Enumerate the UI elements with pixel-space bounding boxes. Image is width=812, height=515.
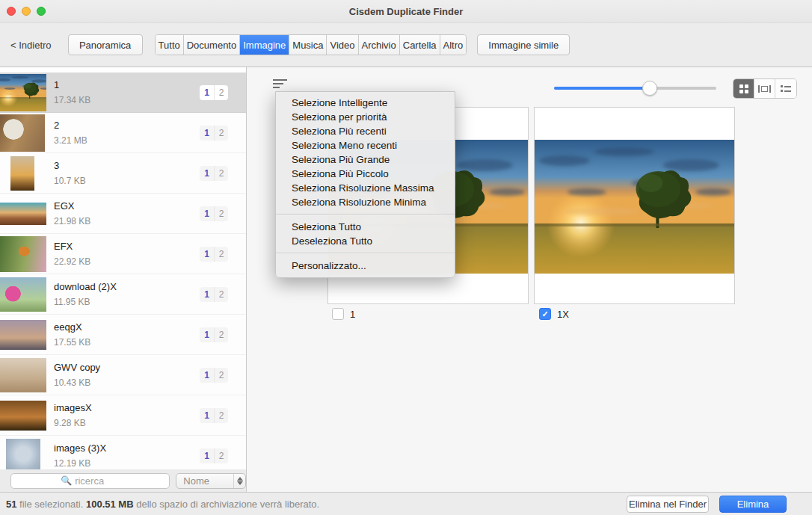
tab-immagine[interactable]: Immagine	[240, 35, 289, 55]
thumbnail-size-slider[interactable]	[554, 87, 716, 90]
menu-item[interactable]: Seleziona per priorità	[276, 110, 455, 124]
duplicate-file-list: 117.34 KB1223.21 MB12310.7 KB12EGX21.98 …	[0, 67, 246, 469]
search-input[interactable]	[75, 475, 120, 487]
duplicate-preview-card[interactable]	[534, 107, 735, 304]
tab-video[interactable]: Video	[327, 35, 358, 55]
menu-item[interactable]: Personalizzato...	[276, 259, 455, 273]
duplicate-count-badge: 12	[200, 85, 228, 100]
file-row[interactable]: EFX22.92 KB12	[0, 234, 246, 274]
badge-total-count: 2	[214, 287, 228, 302]
zoom-window-button[interactable]	[37, 7, 46, 16]
menu-item[interactable]: Seleziona Più Piccolo	[276, 167, 455, 181]
badge-total-count: 2	[214, 126, 228, 141]
file-row[interactable]: EGX21.98 KB12	[0, 194, 246, 234]
file-thumbnail	[0, 153, 46, 194]
file-row[interactable]: download (2)X11.95 KB12	[0, 274, 246, 315]
beach-thumbnail	[0, 358, 46, 392]
duplicate-count-badge: 12	[200, 206, 228, 221]
file-size: 10.7 KB	[54, 176, 86, 186]
tab-tutto[interactable]: Tutto	[156, 35, 184, 55]
pink-thumbnail	[0, 277, 46, 312]
minimize-window-button[interactable]	[22, 7, 31, 16]
list-icon	[781, 85, 791, 92]
tab-musica[interactable]: Musica	[289, 35, 327, 55]
file-name: imagesX	[54, 402, 92, 413]
file-size: 12.19 KB	[54, 458, 106, 469]
duplicate-count-badge: 12	[200, 287, 228, 302]
list-view-button[interactable]	[775, 79, 796, 98]
grid-view-button[interactable]	[733, 79, 754, 98]
tab-cartella[interactable]: Cartella	[400, 35, 440, 55]
stepper-arrows-icon	[233, 474, 245, 488]
selection-menu: Selezione IntelligenteSeleziona per prio…	[275, 91, 455, 278]
menu-item[interactable]: Seleziona Risoluzione Minima	[276, 195, 455, 209]
tab-archivio[interactable]: Archivio	[359, 35, 400, 55]
coverflow-view-button[interactable]	[754, 79, 775, 98]
coverflow-icon	[758, 85, 771, 93]
file-row[interactable]: 117.34 KB12	[0, 73, 246, 113]
checkbox-checked[interactable]: ✓	[539, 308, 551, 320]
badge-selected-count: 1	[200, 287, 214, 302]
prayer-thumbnail	[0, 401, 46, 431]
file-row[interactable]: 23.21 MB12	[0, 113, 246, 153]
badge-selected-count: 1	[200, 206, 214, 221]
file-row[interactable]: 310.7 KB12	[0, 153, 246, 194]
menu-item[interactable]: Seleziona Risoluzione Massima	[276, 181, 455, 195]
menu-item[interactable]: Selezione Intelligente	[276, 96, 455, 110]
sort-dropdown[interactable]: Nome	[176, 473, 246, 489]
sidebar: 117.34 KB1223.21 MB12310.7 KB12EGX21.98 …	[0, 67, 247, 492]
similar-image-button[interactable]: Immagine simile	[477, 34, 570, 55]
file-meta: imagesX9.28 KB	[54, 402, 92, 428]
sidebar-footer: 🔍 Nome	[0, 469, 246, 492]
file-row[interactable]: images (3)X12.19 KB12	[0, 436, 246, 469]
coast-thumbnail	[0, 203, 46, 225]
file-thumbnail	[0, 274, 46, 315]
file-row[interactable]: eeqgX17.55 KB12	[0, 315, 246, 355]
sort-dropdown-value: Nome	[183, 475, 233, 487]
card-checkbox-row: ✓1X	[539, 308, 569, 320]
file-size: 21.98 KB	[54, 216, 90, 226]
category-tabs: TuttoDocumentoImmagineMusicaVideoArchivi…	[155, 34, 467, 55]
grid-icon	[739, 84, 748, 93]
menu-item[interactable]: Seleziona Più Grande	[276, 152, 455, 167]
badge-total-count: 2	[214, 408, 228, 423]
menu-item[interactable]: Deseleziona Tutto	[276, 234, 455, 248]
file-thumbnail	[0, 315, 46, 355]
badge-total-count: 2	[214, 368, 228, 383]
menu-separator	[276, 214, 455, 215]
file-thumbnail	[0, 113, 46, 153]
tab-altro[interactable]: Altro	[440, 35, 467, 55]
search-icon: 🔍	[61, 475, 72, 486]
status-text: 51 file selezionati. 100.51 MB dello spa…	[6, 499, 319, 510]
file-size: 9.28 KB	[54, 418, 92, 428]
file-size: 11.95 KB	[54, 297, 117, 307]
checkbox-unchecked[interactable]	[332, 308, 344, 320]
menu-separator	[276, 253, 455, 254]
file-thumbnail	[0, 355, 46, 395]
slider-knob[interactable]	[642, 81, 657, 96]
card-checkbox-label: 1	[350, 309, 355, 320]
duplicate-count-badge: 12	[200, 408, 228, 423]
file-meta: GWV copy10.43 KB	[54, 362, 100, 388]
tab-documento[interactable]: Documento	[184, 35, 240, 55]
search-field[interactable]: 🔍	[10, 473, 170, 489]
file-name: 1	[54, 79, 90, 90]
menu-item[interactable]: Seleziona Tutto	[276, 220, 455, 234]
file-thumbnail	[0, 436, 46, 470]
file-thumbnail	[0, 395, 46, 436]
menu-item[interactable]: Seleziona Meno recenti	[276, 138, 455, 152]
close-window-button[interactable]	[7, 7, 16, 16]
file-row[interactable]: GWV copy10.43 KB12	[0, 355, 246, 395]
file-meta: 23.21 MB	[54, 120, 87, 146]
menu-item[interactable]: Seleziona Più recenti	[276, 124, 455, 138]
overview-button[interactable]: Panoramica	[68, 34, 143, 55]
file-size: 17.34 KB	[54, 95, 90, 105]
delete-in-finder-button[interactable]: Elimina nel Finder	[627, 496, 709, 513]
selection-menu-button[interactable]	[273, 79, 289, 91]
delete-button[interactable]: Elimina	[719, 496, 787, 513]
badge-selected-count: 1	[200, 448, 214, 463]
back-button[interactable]: < Indietro	[10, 40, 52, 51]
file-row[interactable]: imagesX9.28 KB12	[0, 395, 246, 436]
slider-fill	[554, 87, 650, 90]
file-thumbnail	[0, 194, 46, 234]
